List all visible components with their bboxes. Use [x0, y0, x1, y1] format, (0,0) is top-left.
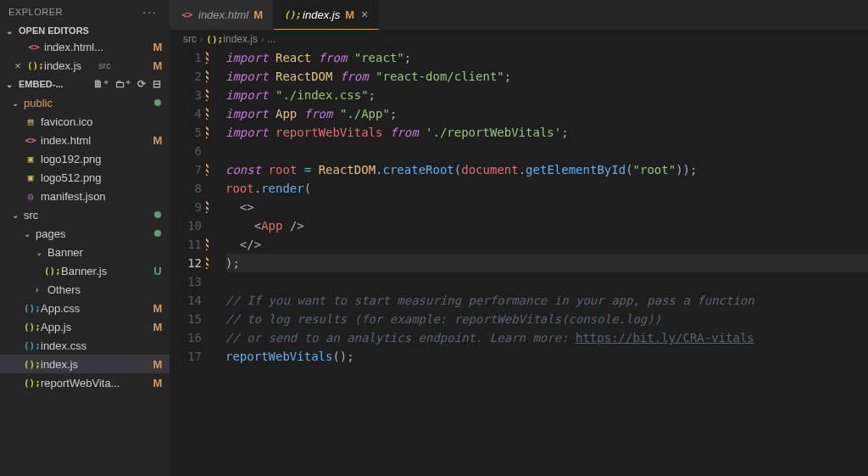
file-item[interactable]: ▤favicon.ico — [0, 112, 170, 131]
breadcrumb-segment[interactable]: src — [183, 33, 197, 45]
code-line[interactable]: const root = ReactDOM.createRoot(documen… — [225, 160, 868, 179]
file-type-icon: (); — [284, 9, 298, 20]
code-line[interactable]: root.render( — [225, 179, 868, 198]
new-folder-icon[interactable]: 🗀⁺ — [114, 76, 132, 92]
chevron-down-icon: ⌄ — [36, 248, 44, 257]
line-number[interactable]: 1 — [170, 48, 202, 67]
file-item[interactable]: ();index.jsM — [0, 355, 170, 373]
folder-label: Banner — [47, 246, 83, 259]
git-status-badge: M — [151, 134, 164, 147]
collapse-icon[interactable]: ⊟ — [151, 76, 163, 92]
code-line[interactable]: reportWebVitals(); — [225, 347, 868, 366]
code-line[interactable]: // If you want to start measuring perfor… — [225, 291, 868, 310]
file-item[interactable]: ();Banner.jsU — [0, 261, 170, 280]
folder-item[interactable]: ›Others — [0, 280, 170, 299]
folder-item[interactable]: ⌄Banner — [0, 243, 170, 261]
file-label: Banner.js — [61, 265, 147, 277]
code-editor[interactable]: 1234567891011121314151617 import React f… — [170, 48, 868, 476]
file-item[interactable]: ();reportWebVita...M — [0, 373, 170, 392]
js-icon: (); — [206, 34, 220, 45]
file-type-icon: (); — [24, 359, 37, 370]
code-line[interactable] — [225, 272, 868, 291]
line-number[interactable]: 8 — [170, 179, 202, 198]
breadcrumb[interactable]: src › (); index.js › ... — [170, 30, 868, 48]
editor-tab[interactable]: ();index.jsM× — [274, 0, 379, 30]
breadcrumb-segment[interactable]: ... — [267, 33, 275, 45]
new-file-icon[interactable]: 🗎⁺ — [92, 76, 110, 92]
line-number[interactable]: 12 — [170, 254, 202, 272]
code-line[interactable]: import "./index.css"; — [225, 86, 868, 104]
code-line[interactable]: // to log results (for example: reportWe… — [225, 310, 868, 328]
editor-tab[interactable]: <>index.htmlM — [170, 0, 274, 30]
line-number[interactable]: 17 — [170, 347, 202, 366]
chevron-right-icon: › — [261, 35, 264, 44]
folder-header-actions: 🗎⁺ 🗀⁺ ⟳ ⊟ — [92, 76, 166, 92]
code-line[interactable]: // or send to an analytics endpoint. Lea… — [225, 328, 868, 347]
editor-tabs: <>index.htmlM();index.jsM× — [170, 0, 868, 30]
open-editors-list: <>index.html...M×();index.jssrcM — [0, 37, 170, 75]
open-editors-header[interactable]: ⌄ OPEN EDITORS — [0, 24, 170, 37]
file-label: index.js — [44, 59, 93, 72]
line-number[interactable]: 9 — [170, 198, 202, 216]
line-number[interactable]: 7 — [170, 160, 202, 179]
file-type-icon: ▣ — [24, 172, 37, 183]
line-number[interactable]: 13 — [170, 272, 202, 291]
line-number[interactable]: 2 — [170, 67, 202, 86]
file-item[interactable]: ();App.cssM — [0, 299, 170, 317]
file-item[interactable]: ◎manifest.json — [0, 187, 170, 205]
close-icon[interactable]: × — [361, 8, 368, 21]
file-type-icon: ▣ — [24, 154, 37, 165]
line-number[interactable]: 11 — [170, 235, 202, 254]
line-number[interactable]: 4 — [170, 104, 202, 123]
code-content[interactable]: import React from "react";import ReactDO… — [217, 48, 868, 476]
file-label: favicon.ico — [41, 115, 147, 128]
code-line[interactable] — [225, 142, 868, 160]
chevron-down-icon: ⌄ — [24, 229, 32, 238]
code-line[interactable]: </> — [225, 235, 868, 254]
explorer-header: EXPLORER ··· — [0, 0, 170, 24]
code-line[interactable]: import reportWebVitals from './reportWeb… — [225, 123, 868, 142]
file-item[interactable]: <>index.htmlM — [0, 131, 170, 149]
line-number[interactable]: 14 — [170, 291, 202, 310]
chevron-down-icon: ⌄ — [12, 98, 20, 108]
code-line[interactable]: <> — [225, 198, 868, 216]
folder-item[interactable]: ⌄pages — [0, 224, 170, 243]
breadcrumb-segment[interactable]: index.js — [223, 33, 258, 45]
folder-item[interactable]: ⌄public — [0, 93, 170, 112]
chevron-down-icon: ⌄ — [3, 80, 15, 89]
file-item[interactable]: ();App.jsM — [0, 317, 170, 336]
file-label: manifest.json — [41, 190, 147, 203]
code-line[interactable]: import React from "react"; — [225, 48, 868, 67]
folder-section-header[interactable]: ⌄ EMBED-... 🗎⁺ 🗀⁺ ⟳ ⊟ — [0, 75, 170, 93]
git-status-badge: M — [151, 358, 164, 371]
line-number[interactable]: 6 — [170, 142, 202, 160]
refresh-icon[interactable]: ⟳ — [136, 76, 147, 92]
code-line[interactable]: <App /> — [225, 216, 868, 235]
line-number[interactable]: 3 — [170, 86, 202, 104]
line-number[interactable]: 16 — [170, 328, 202, 347]
file-label: App.css — [41, 302, 147, 315]
file-item[interactable]: ▣logo192.png — [0, 149, 170, 168]
folder-item[interactable]: ⌄src — [0, 205, 170, 224]
folder-label: Others — [47, 283, 81, 296]
close-icon[interactable]: × — [12, 59, 24, 72]
git-status-badge: M — [151, 41, 164, 53]
code-line[interactable]: import App from "./App"; — [225, 104, 868, 123]
file-label: reportWebVita... — [41, 377, 147, 389]
chevron-down-icon: ⌄ — [3, 26, 15, 36]
code-line[interactable]: import ReactDOM from "react-dom/client"; — [225, 67, 868, 86]
folder-label: public — [24, 97, 53, 109]
line-number[interactable]: 10 — [170, 216, 202, 235]
more-icon[interactable]: ··· — [139, 5, 161, 19]
file-item[interactable]: ();index.css — [0, 336, 170, 355]
line-gutter[interactable]: 1234567891011121314151617 — [170, 48, 217, 476]
code-line[interactable]: ); — [225, 254, 868, 272]
file-item[interactable]: ▣logo512.png — [0, 168, 170, 187]
line-number[interactable]: 5 — [170, 123, 202, 142]
open-editor-item[interactable]: <>index.html...M — [0, 37, 170, 56]
folder-root-label: EMBED-... — [19, 79, 64, 89]
open-editor-item[interactable]: ×();index.jssrcM — [0, 56, 170, 75]
line-number[interactable]: 15 — [170, 310, 202, 328]
file-type-icon: (); — [24, 322, 37, 333]
file-type-icon: ▤ — [24, 116, 37, 127]
